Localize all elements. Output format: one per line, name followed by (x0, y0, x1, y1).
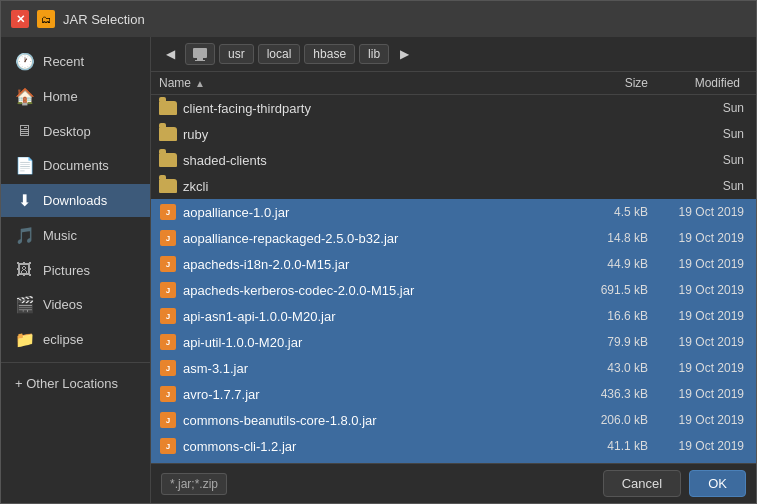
file-modified: 19 Oct 2019 (648, 413, 748, 427)
sidebar-item-documents[interactable]: 📄 Documents (1, 149, 150, 182)
sidebar-item-pictures[interactable]: 🖼 Pictures (1, 254, 150, 286)
right-panel: ◀ usr local hbase lib ▶ Nam (151, 37, 756, 503)
file-modified: 19 Oct 2019 (648, 205, 748, 219)
breadcrumb-bar: ◀ usr local hbase lib ▶ (151, 37, 756, 72)
sidebar-item-downloads[interactable]: ⬇ Downloads (1, 184, 150, 217)
list-item[interactable]: J api-asn1-api-1.0.0-M20.jar 16.6 kB 19 … (151, 303, 756, 329)
file-size: 41.1 kB (568, 439, 648, 453)
nav-forward-button[interactable]: ▶ (393, 43, 415, 65)
file-name: asm-3.1.jar (183, 361, 568, 376)
recent-icon: 🕐 (15, 52, 33, 71)
jar-icon: J (159, 359, 177, 377)
file-list-header: Name ▲ Size Modified (151, 72, 756, 95)
file-name: ruby (183, 127, 568, 142)
breadcrumb-usr[interactable]: usr (219, 44, 254, 64)
file-size: 4.5 kB (568, 205, 648, 219)
file-size: 206.0 kB (568, 413, 648, 427)
breadcrumb-hbase[interactable]: hbase (304, 44, 355, 64)
file-size: 436.3 kB (568, 387, 648, 401)
list-item[interactable]: J commons-beanutils-core-1.8.0.jar 206.0… (151, 407, 756, 433)
file-name: zkcli (183, 179, 568, 194)
downloads-icon: ⬇ (15, 191, 33, 210)
sidebar-item-desktop[interactable]: 🖥 Desktop (1, 115, 150, 147)
jar-icon: J (159, 229, 177, 247)
list-item[interactable]: shaded-clients Sun (151, 147, 756, 173)
file-name: api-asn1-api-1.0.0-M20.jar (183, 309, 568, 324)
header-size: Size (568, 76, 648, 90)
folder-icon (159, 99, 177, 117)
file-modified: Sun (648, 179, 748, 193)
file-name: commons-cli-1.2.jar (183, 439, 568, 454)
home-icon: 🏠 (15, 87, 33, 106)
sidebar-label-videos: Videos (43, 297, 83, 312)
file-modified: 19 Oct 2019 (648, 335, 748, 349)
list-item[interactable]: J asm-3.1.jar 43.0 kB 19 Oct 2019 (151, 355, 756, 381)
jar-icon: J (159, 281, 177, 299)
file-name: commons-beanutils-core-1.8.0.jar (183, 413, 568, 428)
sidebar-label-other: + Other Locations (15, 376, 118, 391)
jar-icon: J (159, 333, 177, 351)
file-modified: 19 Oct 2019 (648, 309, 748, 323)
sidebar-label-downloads: Downloads (43, 193, 107, 208)
breadcrumb-local[interactable]: local (258, 44, 301, 64)
sidebar-item-other-locations[interactable]: + Other Locations (1, 369, 150, 398)
file-modified: Sun (648, 127, 748, 141)
jar-icon: J (159, 437, 177, 455)
file-size: 14.8 kB (568, 231, 648, 245)
file-modified: 19 Oct 2019 (648, 361, 748, 375)
eclipse-icon: 📁 (15, 330, 33, 349)
sidebar: 🕐 Recent 🏠 Home 🖥 Desktop 📄 Documents ⬇ … (1, 37, 151, 503)
file-size: 16.6 kB (568, 309, 648, 323)
file-size: 44.9 kB (568, 257, 648, 271)
svg-rect-0 (193, 48, 207, 58)
ok-button[interactable]: OK (689, 470, 746, 497)
list-item[interactable]: J aopalliance-1.0.jar 4.5 kB 19 Oct 2019 (151, 199, 756, 225)
sort-arrow-icon: ▲ (195, 78, 205, 89)
file-modified: 19 Oct 2019 (648, 257, 748, 271)
close-button[interactable]: ✕ (11, 10, 29, 28)
list-item[interactable]: zkcli Sun (151, 173, 756, 199)
header-modified: Modified (648, 76, 748, 90)
sidebar-label-pictures: Pictures (43, 263, 90, 278)
file-name: avro-1.7.7.jar (183, 387, 568, 402)
breadcrumb-lib[interactable]: lib (359, 44, 389, 64)
file-modified: 19 Oct 2019 (648, 283, 748, 297)
file-list[interactable]: Name ▲ Size Modified client-facing-third… (151, 72, 756, 463)
cancel-button[interactable]: Cancel (603, 470, 681, 497)
sidebar-item-eclipse[interactable]: 📁 eclipse (1, 323, 150, 356)
file-size: 691.5 kB (568, 283, 648, 297)
sidebar-divider (1, 362, 150, 363)
sidebar-item-music[interactable]: 🎵 Music (1, 219, 150, 252)
list-item[interactable]: J avro-1.7.7.jar 436.3 kB 19 Oct 2019 (151, 381, 756, 407)
list-item[interactable]: J commons-cli-1.2.jar 41.1 kB 19 Oct 201… (151, 433, 756, 459)
videos-icon: 🎬 (15, 295, 33, 314)
list-item[interactable]: ruby Sun (151, 121, 756, 147)
file-name: aopalliance-1.0.jar (183, 205, 568, 220)
sidebar-label-desktop: Desktop (43, 124, 91, 139)
desktop-icon: 🖥 (15, 122, 33, 140)
sidebar-label-recent: Recent (43, 54, 84, 69)
titlebar-icon: 🗂 (37, 10, 55, 28)
computer-icon (192, 46, 208, 62)
list-item[interactable]: J aopalliance-repackaged-2.5.0-b32.jar 1… (151, 225, 756, 251)
nav-back-button[interactable]: ◀ (159, 43, 181, 65)
file-size: 43.0 kB (568, 361, 648, 375)
list-item[interactable]: client-facing-thirdparty Sun (151, 95, 756, 121)
file-name: api-util-1.0.0-M20.jar (183, 335, 568, 350)
list-item[interactable]: J api-util-1.0.0-M20.jar 79.9 kB 19 Oct … (151, 329, 756, 355)
sidebar-label-home: Home (43, 89, 78, 104)
header-name: Name ▲ (159, 76, 568, 90)
titlebar: ✕ 🗂 JAR Selection (1, 1, 756, 37)
list-item[interactable]: J apacheds-i18n-2.0.0-M15.jar 44.9 kB 19… (151, 251, 756, 277)
sidebar-item-recent[interactable]: 🕐 Recent (1, 45, 150, 78)
jar-icon: J (159, 385, 177, 403)
filter-label: *.jar;*.zip (161, 473, 227, 495)
sidebar-label-music: Music (43, 228, 77, 243)
sidebar-item-videos[interactable]: 🎬 Videos (1, 288, 150, 321)
file-name: apacheds-kerberos-codec-2.0.0-M15.jar (183, 283, 568, 298)
list-item[interactable]: J apacheds-kerberos-codec-2.0.0-M15.jar … (151, 277, 756, 303)
breadcrumb-root-icon[interactable] (185, 43, 215, 65)
file-name: apacheds-i18n-2.0.0-M15.jar (183, 257, 568, 272)
file-modified: 19 Oct 2019 (648, 231, 748, 245)
sidebar-item-home[interactable]: 🏠 Home (1, 80, 150, 113)
